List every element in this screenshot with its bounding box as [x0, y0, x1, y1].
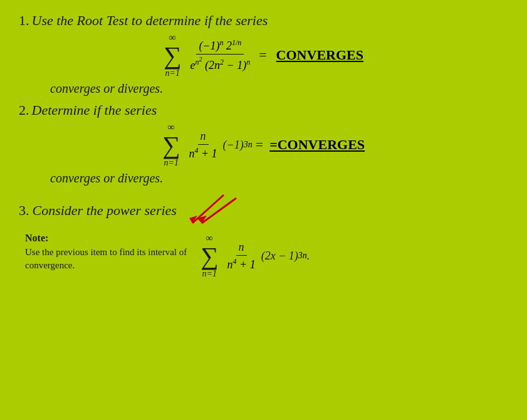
page: 1. Use the Root Test to determine if the… [0, 0, 527, 420]
sum-3-lower: n=1 [202, 269, 217, 279]
question-3-row: 3. Consider the power series [19, 192, 508, 229]
note-text: Use the previous item to find its interv… [25, 246, 201, 272]
equals-1: = [259, 47, 266, 63]
fraction-3-num: n [236, 241, 247, 256]
q1-label: 1. [19, 13, 29, 28]
fraction-2: n n4 + 1 [186, 130, 219, 160]
sum-2-sigma: ∑ [162, 133, 180, 158]
fraction-3: n n4 + 1 [225, 241, 258, 271]
formula-3-exp: 3n [298, 251, 307, 261]
fraction-2-num: n [198, 130, 209, 145]
formula-2-exp: 3n [244, 140, 253, 150]
sum-2-lower: n=1 [164, 158, 178, 168]
question-1: 1. Use the Root Test to determine if the… [19, 13, 508, 29]
answer-2: =CONVERGES [269, 137, 365, 153]
note-container: Note: Use the previous item to find its … [19, 233, 201, 272]
sum-1: ∞ ∑ n=1 [164, 32, 182, 78]
formula-1-container: ∞ ∑ n=1 (−1)n 21/n en2 (2n2 − 1)n = CONV… [19, 32, 508, 78]
q3-label: 3. [19, 202, 29, 219]
sum-3: ∞ ∑ n=1 [201, 233, 219, 279]
q2-label: 2. [19, 102, 29, 118]
equals-2: = [256, 137, 263, 153]
q2-text: Determine if the series [32, 102, 157, 118]
answer-1: CONVERGES [276, 47, 363, 63]
question-3-area: 3. Consider the power series [19, 192, 508, 229]
fraction-1-den: en2 (2n2 − 1)n [188, 55, 253, 72]
fraction-1-num: (−1)n 21/n [196, 38, 244, 55]
fraction-1: (−1)n 21/n en2 (2n2 − 1)n [188, 38, 253, 72]
q1-text: Use the Root Test to determine if the se… [32, 13, 268, 28]
sum-1-sigma: ∑ [164, 43, 182, 68]
q1-conclusion: converges or diverges. [50, 81, 508, 96]
formula-2-container: ∞ ∑ n=1 n n4 + 1 (−1)3n = =CONVERGES [19, 122, 508, 168]
sum-1-lower: n=1 [165, 68, 180, 78]
q3-bottom: Note: Use the previous item to find its … [19, 233, 508, 279]
formula-3-container: ∞ ∑ n=1 n n4 + 1 (2x − 1)3n . [201, 233, 310, 279]
formula-3-term: (2x − 1) [261, 249, 298, 263]
fraction-3-den: n4 + 1 [225, 256, 258, 271]
note-label: Note: [25, 233, 201, 244]
formula-2-term: (−1) [223, 139, 244, 152]
q3-text: Consider the power series [33, 202, 177, 219]
formula-3-period: . [307, 249, 310, 263]
sum-3-sigma: ∑ [201, 244, 219, 269]
q2-conclusion: converges or diverges. [50, 171, 508, 186]
fraction-2-den: n4 + 1 [186, 145, 219, 160]
sum-2: ∞ ∑ n=1 [162, 122, 180, 168]
arrow-icon [189, 192, 246, 229]
question-2: 2. Determine if the series [19, 102, 508, 118]
